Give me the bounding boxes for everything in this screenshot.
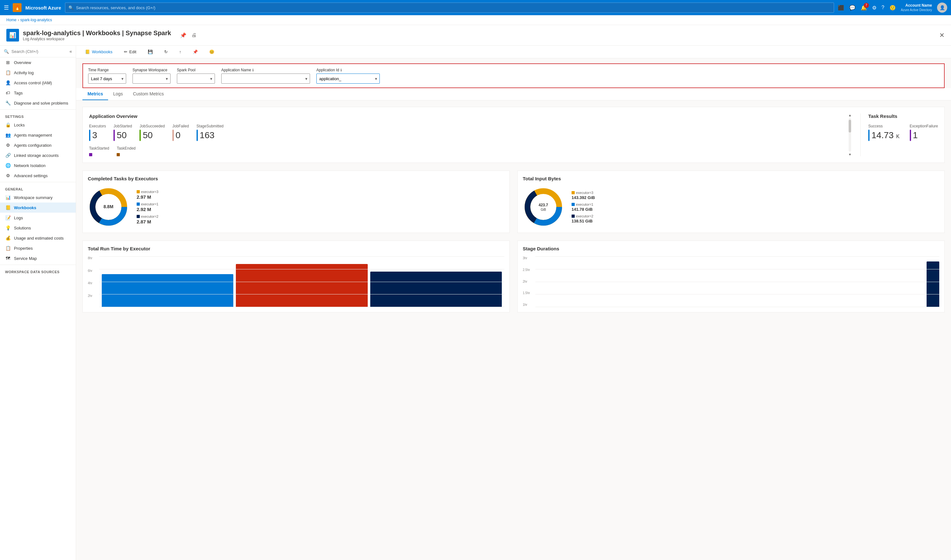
- completed-tasks-donut: 8.8M: [88, 186, 129, 228]
- sidebar-item-network-isolation[interactable]: 🌐 Network Isolation: [0, 160, 76, 171]
- total-runtime-section: Total Run Time by Executor 8hr 6hr 4hr 2…: [82, 240, 510, 312]
- application-id-select[interactable]: application_: [316, 74, 380, 84]
- toolbar-edit[interactable]: ✏ Edit: [122, 48, 139, 55]
- sidebar-label-advanced-settings: Advanced settings: [14, 173, 48, 178]
- synapse-workspace-select[interactable]: [132, 74, 171, 84]
- sidebar-item-properties[interactable]: 📋 Properties: [0, 243, 76, 253]
- toolbar-edit-label: Edit: [129, 49, 136, 54]
- overview-scroll-bar[interactable]: ▲ ▼: [847, 114, 853, 156]
- sidebar-item-access-control[interactable]: 👤 Access control (IAM): [0, 78, 76, 88]
- completed-tasks-content: 8.8M executor=3 2.97 M: [88, 186, 504, 228]
- legend-bytes-executor3: executor=3 143.392 GiB: [572, 191, 595, 200]
- toolbar-save[interactable]: 💾: [145, 48, 155, 55]
- task-results-title: Task Results: [868, 114, 938, 119]
- application-id-select-wrapper: application_: [316, 74, 380, 84]
- total-runtime-title: Total Run Time by Executor: [88, 246, 504, 251]
- sidebar-label-service-map: Service Map: [14, 256, 37, 261]
- tab-metrics[interactable]: Metrics: [82, 88, 108, 100]
- azure-logo-text: Microsoft Azure: [25, 5, 61, 11]
- breadcrumb-home[interactable]: Home: [6, 18, 17, 22]
- metric-job-succeeded-label: JobSucceeded: [140, 124, 165, 128]
- spark-pool-select[interactable]: [177, 74, 215, 84]
- export-header-icon[interactable]: 🖨: [191, 32, 197, 38]
- runtime-bar-executor1: [102, 274, 233, 307]
- edit-icon: ✏: [124, 49, 128, 54]
- legend-executor3: executor=3 2.97 M: [137, 190, 158, 200]
- sidebar-item-workspace-summary[interactable]: 📊 Workspace summary: [0, 192, 76, 203]
- legend-executor1-tasks-label: executor=1: [141, 202, 158, 206]
- tab-custom-metrics[interactable]: Custom Metrics: [128, 88, 169, 100]
- legend-executor2-tasks-label: executor=2: [141, 215, 158, 218]
- hamburger-menu[interactable]: ☰: [4, 4, 9, 11]
- feedback-smiley-icon: 😊: [209, 49, 214, 54]
- scroll-down-icon[interactable]: ▼: [848, 153, 851, 156]
- toolbar-upload[interactable]: ↑: [177, 48, 184, 55]
- sidebar-item-agents-management[interactable]: 👥 Agents management: [0, 130, 76, 140]
- application-name-select-wrapper: [221, 74, 310, 84]
- settings-section-label: Settings: [0, 111, 76, 120]
- sidebar-item-solutions[interactable]: 💡 Solutions: [0, 223, 76, 233]
- sidebar-item-agents-configuration[interactable]: ⚙ Agents configuration: [0, 140, 76, 150]
- feedback-icon[interactable]: 💬: [849, 5, 856, 11]
- stage-bar: [926, 262, 939, 307]
- content-area: 📒 Workbooks ✏ Edit 💾 ↻ ↑ 📌 😊: [76, 46, 951, 560]
- cloud-shell-icon[interactable]: ⬛: [838, 5, 844, 11]
- legend-executor3-value: 2.97 M: [137, 194, 158, 200]
- sidebar-label-logs: Logs: [14, 215, 23, 220]
- settings-icon[interactable]: ⚙: [872, 5, 877, 11]
- sidebar-item-overview[interactable]: ⊞ Overview: [0, 57, 76, 68]
- sidebar-label-usage-costs: Usage and estimated costs: [14, 236, 64, 240]
- page-title: spark-log-analytics | Workbooks | Synaps…: [23, 29, 171, 37]
- sidebar-divider-3: [0, 265, 76, 265]
- help-icon[interactable]: ?: [882, 5, 885, 11]
- sidebar-item-logs[interactable]: 📝 Logs: [0, 213, 76, 223]
- sidebar-item-usage-costs[interactable]: 💰 Usage and estimated costs: [0, 233, 76, 243]
- sidebar-collapse-icon[interactable]: «: [69, 49, 72, 54]
- global-search-bar[interactable]: 🔍 Search resources, services, and docs (…: [65, 3, 834, 13]
- sidebar-item-tags[interactable]: 🏷 Tags: [0, 88, 76, 98]
- search-placeholder: Search resources, services, and docs (G+…: [76, 5, 155, 10]
- metric-success: Success 14.73 K: [868, 124, 900, 141]
- save-icon: 💾: [148, 49, 153, 54]
- close-button[interactable]: ✕: [939, 31, 945, 39]
- workbooks-icon: 📒: [5, 205, 11, 210]
- sidebar-item-locks[interactable]: 🔒 Locks: [0, 120, 76, 130]
- smiley-icon[interactable]: 🙂: [889, 5, 896, 11]
- sidebar-label-tags: Tags: [14, 91, 23, 95]
- time-range-select[interactable]: Last 7 days Last 1 hour Last 4 hours Las…: [88, 74, 126, 84]
- toolbar-refresh[interactable]: ↻: [162, 48, 170, 55]
- sidebar-label-access-control: Access control (IAM): [14, 80, 52, 85]
- notification-icon[interactable]: 🔔 7: [861, 5, 867, 11]
- sidebar-label-linked-storage: Linked storage accounts: [14, 153, 58, 158]
- sidebar-label-workspace-summary: Workspace summary: [14, 195, 52, 200]
- legend-executor2-tasks-value: 2.87 M: [137, 219, 158, 225]
- sidebar: 🔍 « ⊞ Overview 📋 Activity log 👤 Access c…: [0, 46, 76, 560]
- toolbar-feedback[interactable]: 😊: [207, 48, 217, 55]
- scroll-up-icon[interactable]: ▲: [848, 114, 851, 117]
- sidebar-search-input[interactable]: [11, 49, 67, 54]
- sidebar-item-activity-log[interactable]: 📋 Activity log: [0, 68, 76, 78]
- time-range-select-wrapper: Last 7 days Last 1 hour Last 4 hours Las…: [88, 74, 126, 84]
- tab-logs[interactable]: Logs: [108, 88, 128, 100]
- legend-bytes-executor1-label: executor=1: [576, 203, 593, 206]
- breadcrumb-resource[interactable]: spark-log-analytics: [20, 18, 52, 22]
- avatar[interactable]: 👤: [937, 3, 947, 13]
- application-name-select[interactable]: [221, 74, 310, 84]
- sidebar-item-workbooks[interactable]: 📒 Workbooks: [0, 203, 76, 213]
- search-icon: 🔍: [68, 5, 74, 10]
- sidebar-item-advanced-settings[interactable]: ⚙ Advanced settings: [0, 171, 76, 181]
- metric-exception-failure: ExceptionFailure 1: [910, 124, 938, 141]
- metric-job-failed-label: JobFailed: [172, 124, 189, 128]
- sidebar-item-diagnose[interactable]: 🔧 Diagnose and solve problems: [0, 98, 76, 108]
- sidebar-item-service-map[interactable]: 🗺 Service Map: [0, 253, 76, 263]
- pin-header-icon[interactable]: 📌: [180, 32, 186, 38]
- metric-job-failed: JobFailed 0: [172, 124, 189, 141]
- legend-bytes-executor1-value: 141.78 GiB: [572, 207, 595, 212]
- linked-storage-icon: 🔗: [5, 153, 11, 158]
- toolbar-pin[interactable]: 📌: [190, 48, 200, 55]
- sidebar-search: 🔍 «: [0, 46, 76, 57]
- toolbar-workbooks[interactable]: 📒 Workbooks: [82, 48, 115, 55]
- diagnose-icon: 🔧: [5, 100, 11, 106]
- metric-job-started-value: 50: [114, 129, 132, 141]
- sidebar-item-linked-storage[interactable]: 🔗 Linked storage accounts: [0, 150, 76, 160]
